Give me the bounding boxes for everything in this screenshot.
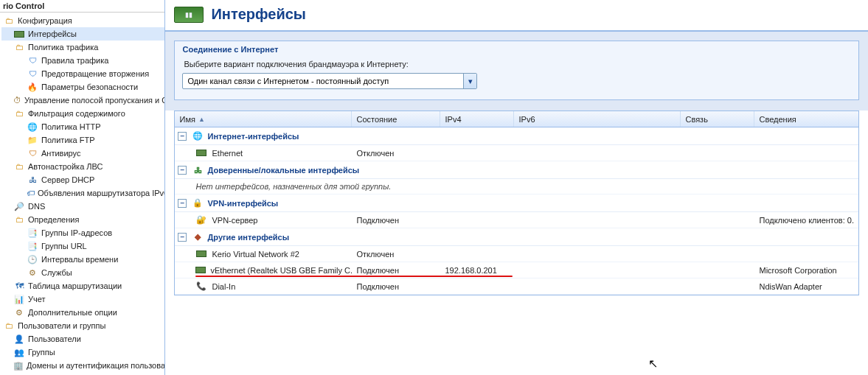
nav-intrusion-prev[interactable]: 🛡 Предотвращение вторжения xyxy=(1,67,164,80)
collapse-icon[interactable]: − xyxy=(178,199,187,208)
clock-icon: 🕒 xyxy=(27,253,38,265)
folder-icon: 🗀 xyxy=(3,320,15,332)
nic-icon xyxy=(13,28,25,40)
http-icon: 🌐 xyxy=(27,121,38,133)
fire-icon: 🔥 xyxy=(27,81,38,93)
nav-url-groups[interactable]: 📑 Группы URL xyxy=(1,239,164,253)
group-other[interactable]: − ◆ Другие интерфейсы xyxy=(175,228,858,246)
nav-security-params[interactable]: 🔥 Параметры безопасности xyxy=(1,80,164,94)
vpn-group-icon: 🔒 xyxy=(191,198,204,208)
nic-icon xyxy=(195,266,206,275)
other-group-icon: ◆ xyxy=(191,232,204,242)
accounting-icon: 📊 xyxy=(13,293,25,305)
ipv6-icon: 🏷 xyxy=(27,187,35,199)
ftp-icon: 📁 xyxy=(27,134,38,146)
grid-header: Имя▲ Состояние IPv4 IPv6 Связь Сведения xyxy=(175,111,858,127)
group-trusted[interactable]: − 🖧 Доверенные/локальные интерфейсы xyxy=(175,161,858,179)
nav-routing-table[interactable]: 🗺 Таблица маршрутизации xyxy=(1,279,164,292)
trusted-empty: Нет интерфейсов, назначенных для этой гр… xyxy=(175,179,858,194)
nav-definitions[interactable]: 🗀 Определения xyxy=(1,213,164,226)
folder-icon: 🗀 xyxy=(13,41,25,53)
user-icon: 👤 xyxy=(13,333,25,345)
highlight-underline xyxy=(195,276,513,277)
row-vethernet[interactable]: vEthernet (Realtek USB GBE Family C... П… xyxy=(175,262,858,278)
dhcp-icon: 🖧 xyxy=(27,174,38,186)
col-state[interactable]: Состояние xyxy=(352,111,440,127)
nav-accounting[interactable]: 📊 Учет xyxy=(1,292,164,306)
connection-mode-combo[interactable]: ▾ xyxy=(182,73,477,89)
connection-mode-label: Выберите вариант подключения брандмауэра… xyxy=(182,60,851,69)
col-name[interactable]: Имя▲ xyxy=(175,111,352,127)
nav-users[interactable]: 👤 Пользователи xyxy=(1,332,164,346)
connection-mode-value[interactable] xyxy=(183,74,463,88)
nav-domains-auth[interactable]: 🏢 Домены и аутентификация пользовате xyxy=(1,359,164,372)
nic-icon xyxy=(195,250,207,259)
ipgroup-icon: 📑 xyxy=(27,227,38,239)
group-internet[interactable]: − 🌐 Интернет-интерфейсы xyxy=(175,127,858,145)
urlgroup-icon: 📑 xyxy=(27,240,38,252)
nav-groups[interactable]: 👥 Группы xyxy=(1,346,164,359)
nav-dhcp-server[interactable]: 🖧 Сервер DHCP xyxy=(1,173,164,186)
nav-ftp-policy[interactable]: 📁 Политика FTP xyxy=(1,133,164,147)
group-icon: 👥 xyxy=(13,346,25,358)
sidebar: rio Control 🗀 Конфигурация Интерфейсы 🗀 … xyxy=(0,0,165,375)
folder-icon: 🗀 xyxy=(13,108,25,119)
row-vpn-server[interactable]: 🔐VPN-сервер Подключен Подключено клиенто… xyxy=(175,212,858,228)
rules-icon: 🛡 xyxy=(27,55,38,66)
sort-asc-icon: ▲ xyxy=(198,116,205,123)
fieldset-legend: Соединение с Интернет xyxy=(182,45,851,54)
interfaces-grid: Имя▲ Состояние IPv4 IPv6 Связь Сведения … xyxy=(174,111,859,295)
content-area: Соединение с Интернет Выберите вариант п… xyxy=(165,32,868,111)
nav-http-policy[interactable]: 🌐 Политика HTTP xyxy=(1,120,164,133)
page-title: Интерфейсы xyxy=(211,6,305,23)
folder-icon: 🗀 xyxy=(13,161,25,172)
internet-group-icon: 🌐 xyxy=(191,131,204,141)
chevron-down-icon: ▾ xyxy=(468,77,473,86)
combo-trigger[interactable]: ▾ xyxy=(463,74,476,88)
nav-content-filter[interactable]: 🗀 Фильтрация содержимого xyxy=(1,107,164,120)
collapse-icon[interactable]: − xyxy=(178,132,187,141)
group-vpn[interactable]: − 🔒 VPN-интерфейсы xyxy=(175,194,858,212)
nav-antivirus[interactable]: 🛡 Антивирус xyxy=(1,147,164,160)
row-dialin[interactable]: 📞Dial-In Подключен NdisWan Adapter xyxy=(175,278,858,295)
collapse-icon[interactable]: − xyxy=(178,166,187,175)
routing-icon: 🗺 xyxy=(13,280,25,292)
antivirus-icon: 🛡 xyxy=(27,147,38,159)
nav-traffic-policy[interactable]: 🗀 Политика трафика xyxy=(1,41,164,54)
nic-icon xyxy=(195,149,207,158)
nav-ip-groups[interactable]: 📑 Группы IP-адресов xyxy=(1,226,164,239)
nav-tree: 🗀 Конфигурация Интерфейсы 🗀 Политика тра… xyxy=(0,13,164,372)
nav-services[interactable]: ⚙ Службы xyxy=(1,266,164,279)
nav-bandwidth[interactable]: ⏱ Управление полосой пропускания и Qo xyxy=(1,94,164,107)
internet-connection-fieldset: Соединение с Интернет Выберите вариант п… xyxy=(174,41,859,100)
nav-lan-autoconf[interactable]: 🗀 Автонастройка ЛВС xyxy=(1,160,164,173)
mouse-cursor-icon: ↖ xyxy=(648,357,658,371)
section-users[interactable]: 🗀 Пользователи и группы xyxy=(1,319,164,332)
nav-time-ranges[interactable]: 🕒 Интервалы времени xyxy=(1,253,164,266)
nav-dns[interactable]: 🔎 DNS xyxy=(1,200,164,213)
shield-icon: 🛡 xyxy=(27,68,38,80)
nav-interfaces[interactable]: Интерфейсы xyxy=(1,27,164,41)
app-title: rio Control xyxy=(0,0,164,13)
vpn-icon: 🔐 xyxy=(195,215,207,225)
col-ipv4[interactable]: IPv4 xyxy=(440,111,514,127)
dns-icon: 🔎 xyxy=(13,200,25,212)
collapse-icon[interactable]: − xyxy=(178,233,187,242)
row-ethernet[interactable]: Ethernet Отключен xyxy=(175,145,858,161)
main-panel: ▮▮ Интерфейсы Соединение с Интернет Выбе… xyxy=(165,0,868,375)
nav-adv-options[interactable]: ⚙ Дополнительные опции xyxy=(1,306,164,319)
col-ipv6[interactable]: IPv6 xyxy=(514,111,681,127)
gauge-icon: ⏱ xyxy=(13,94,21,106)
col-info[interactable]: Сведения xyxy=(754,111,858,127)
gear-icon: ⚙ xyxy=(13,306,25,318)
nic-large-icon: ▮▮ xyxy=(174,7,204,23)
page-header: ▮▮ Интерфейсы xyxy=(165,0,868,32)
section-config[interactable]: 🗀 Конфигурация xyxy=(1,14,164,27)
services-icon: ⚙ xyxy=(27,267,38,278)
domain-icon: 🏢 xyxy=(13,360,24,371)
nav-ipv6-ra[interactable]: 🏷 Объявления маршрутизатора IPv6 xyxy=(1,186,164,200)
col-link[interactable]: Связь xyxy=(681,111,754,127)
nav-traffic-rules[interactable]: 🛡 Правила трафика xyxy=(1,54,164,67)
row-kerio-virtual[interactable]: Kerio Virtual Network #2 Отключен xyxy=(175,246,858,262)
trusted-group-icon: 🖧 xyxy=(191,166,204,175)
